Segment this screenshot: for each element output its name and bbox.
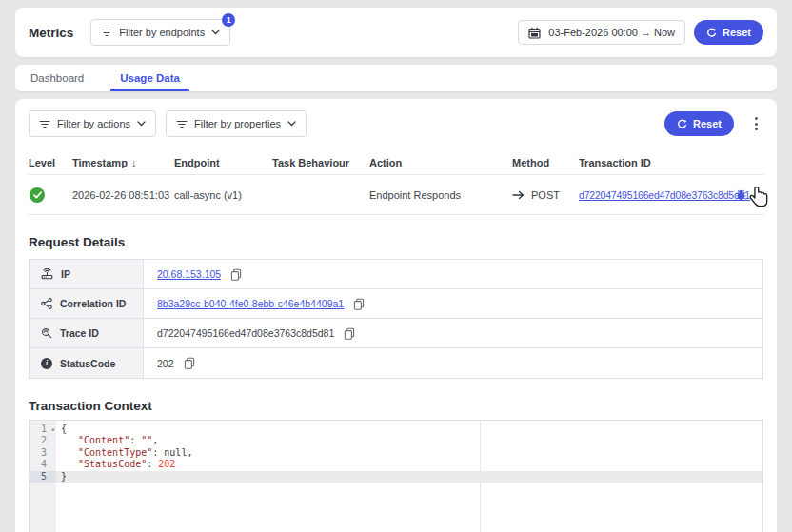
metrics-page: { "colors": { "accent": "#4353e0", "succ… [0,0,792,532]
collapse-row-chevron-up-icon[interactable] [753,191,763,198]
copy-icon[interactable] [230,268,242,281]
request-details-table: IP 20.68.153.105 Correlation ID 8b3a29cc… [29,259,763,379]
column-transaction-id: Transaction ID [579,157,722,168]
sort-descending-icon: ↓ [131,157,137,168]
info-icon: i [41,358,52,369]
detail-label-trace-id: Trace ID [60,327,99,339]
column-endpoint: Endpoint [174,157,272,168]
more-options-kebab-icon[interactable] [749,113,763,134]
table-header: Level Timestamp ↓ Endpoint Task Behaviou… [29,150,763,175]
code-line-4: 4 "StatusCode": 202 [30,459,762,470]
column-level: Level [29,157,72,168]
usage-data-panel: Filter by actions Filter by properties R… [15,99,777,532]
copy-icon[interactable] [353,298,365,310]
trace-id-value: d722047495166ed47d08e3763c8d5d81 [157,327,334,339]
refresh-icon [706,28,717,38]
ip-value-link[interactable]: 20.68.153.105 [157,268,221,280]
code-line-1: 1▾ { [30,424,762,435]
code-number-value: 202 [158,459,175,469]
detail-label-correlation-id: Correlation ID [60,298,126,309]
detail-row-correlation-id: Correlation ID 8b3a29cc-b040-4fe0-8ebb-c… [30,289,762,319]
filter-by-properties-label: Filter by properties [194,118,281,129]
column-task-behaviour: Task Behaviour [272,157,369,168]
detail-row-status-code: i StatusCode 202 [30,348,762,378]
row-action: Endpoint Responds [369,189,512,201]
transaction-context-editor[interactable]: 1▾ { 2 "Content": "", 3 "ContentType": n… [29,420,763,532]
row-timestamp: 2026-02-26 08:51:03 [72,189,174,201]
filter-by-endpoints-dropdown[interactable]: Filter by endpoints 1 [90,19,230,46]
filter-by-actions-label: Filter by actions [57,118,130,129]
chevron-down-icon [211,30,220,35]
filter-icon [101,29,112,37]
success-check-icon [30,187,45,203]
active-tab-underline [110,89,189,91]
date-range-value: 03-Feb-2026 00:00 → Now [548,27,675,38]
code-key: "ContentType" [78,447,152,458]
copy-icon[interactable] [184,357,195,369]
column-timestamp[interactable]: Timestamp ↓ [72,157,174,168]
filter-by-properties-dropdown[interactable]: Filter by properties [166,110,307,137]
table-reset-button[interactable]: Reset [664,111,734,136]
code-string-value: "" [141,435,152,445]
code-line-5: 5 } [30,471,762,483]
filter-icon [39,120,50,128]
chevron-down-icon [137,121,146,127]
header-reset-button[interactable]: Reset [694,20,763,45]
request-details-title: Request Details [29,235,763,249]
header-reset-label: Reset [723,27,751,38]
filter-by-endpoints-label: Filter by endpoints [119,27,205,38]
calendar-icon [528,27,541,39]
tab-dashboard-label: Dashboard [30,72,84,84]
tab-dashboard[interactable]: Dashboard [29,65,86,91]
correlation-id-value-link[interactable]: 8b3a29cc-b040-4fe0-8ebb-c46e4b4409a1 [157,298,344,309]
code-key: "StatusCode" [78,459,147,469]
code-null-value: null [164,447,187,458]
column-action: Action [369,157,512,168]
detail-row-ip: IP 20.68.153.105 [30,260,762,289]
chevron-down-icon [287,121,296,127]
code-text: { [61,424,67,434]
detail-label-status-code: StatusCode [60,358,115,369]
table-row[interactable]: 2026-02-26 08:51:03 call-async (v1) Endp… [29,175,763,215]
code-key: "Content" [78,435,129,445]
date-range-picker[interactable]: 03-Feb-2026 00:00 → Now [518,20,685,45]
detail-row-trace-id: Trace ID d722047495166ed47d08e3763c8d5d8… [30,319,762,348]
page-header: Metrics Filter by endpoints 1 03-Feb-202… [15,8,777,57]
code-line-2: 2 "Content": "", [30,435,762,446]
copy-icon[interactable] [344,327,355,340]
row-endpoint: call-async (v1) [174,189,272,201]
status-code-value: 202 [157,358,174,369]
row-method: POST [531,189,560,201]
tab-usage-data[interactable]: Usage Data [110,65,189,91]
code-line-3: 3 "ContentType": null, [30,447,762,459]
correlation-share-icon [41,298,52,309]
ip-icon [41,268,53,280]
filter-by-actions-dropdown[interactable]: Filter by actions [29,110,156,137]
column-method: Method [512,157,579,168]
table-reset-label: Reset [693,118,722,129]
detail-label-ip: IP [61,268,70,280]
tab-bar: Dashboard Usage Data [15,65,777,91]
trace-search-icon [41,327,52,339]
transaction-context-title: Transaction Context [29,399,763,413]
debug-bug-icon[interactable] [736,189,746,201]
code-text: } [61,471,67,482]
usage-filter-row: Filter by actions Filter by properties R… [29,110,763,137]
endpoints-filter-count-badge: 1 [222,13,235,27]
filter-icon [176,120,188,128]
refresh-icon [677,119,687,129]
tab-usage-data-label: Usage Data [120,72,180,84]
page-title: Metrics [29,26,73,40]
method-arrow-icon [512,190,525,200]
